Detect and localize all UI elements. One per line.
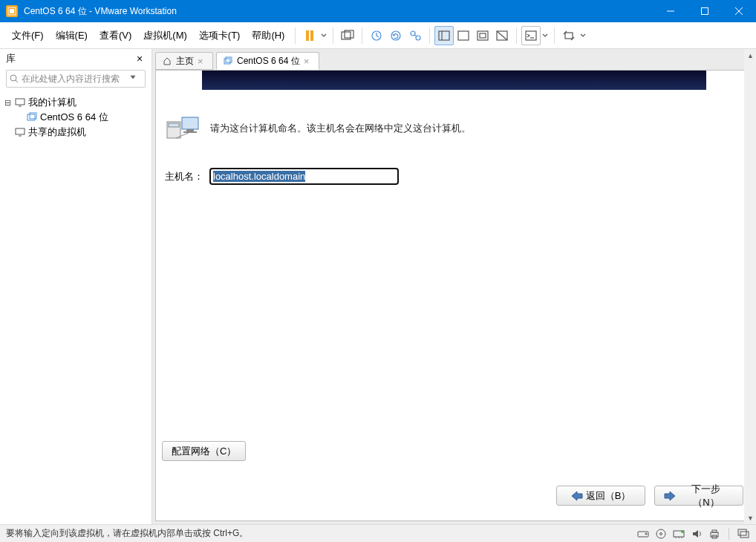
back-button[interactable]: 返回（B） xyxy=(556,486,645,506)
vertical-scrollbar[interactable]: ▲ ▼ xyxy=(744,49,756,524)
library-title: 库 xyxy=(6,52,134,65)
menu-file[interactable]: 文件(F) xyxy=(6,26,50,45)
svg-marker-27 xyxy=(131,76,135,79)
tab-home[interactable]: 主页 × xyxy=(155,52,213,70)
maximize-button[interactable] xyxy=(688,0,722,22)
home-icon xyxy=(162,56,172,66)
shared-icon xyxy=(14,126,26,138)
view-fullscreen-button[interactable] xyxy=(473,26,492,45)
svg-line-26 xyxy=(16,80,18,82)
tab-close-button[interactable]: × xyxy=(198,56,206,67)
svg-rect-18 xyxy=(478,31,488,40)
svg-rect-24 xyxy=(565,33,573,39)
svg-rect-39 xyxy=(186,129,194,131)
svg-rect-19 xyxy=(480,33,486,38)
network-computers-icon xyxy=(166,116,201,146)
tree-label: 我的计算机 xyxy=(28,96,76,109)
svg-rect-22 xyxy=(526,31,536,40)
scroll-up-icon[interactable]: ▲ xyxy=(744,49,756,62)
tree-my-computer[interactable]: ⊟ 我的计算机 xyxy=(3,95,149,110)
svg-rect-32 xyxy=(16,128,25,134)
monitor-icon xyxy=(14,97,26,108)
statusbar-text: 要将输入定向到该虚拟机，请在虚拟机内部单击或按 Ctrl+G。 xyxy=(6,527,636,540)
configure-network-button[interactable]: 配置网络（C） xyxy=(162,441,246,461)
menu-vm[interactable]: 虚拟机(M) xyxy=(137,26,193,45)
vm-icon xyxy=(26,111,38,123)
svg-rect-3 xyxy=(702,8,708,15)
tab-label: 主页 xyxy=(176,55,194,68)
svg-marker-43 xyxy=(665,492,675,500)
scroll-down-icon[interactable]: ▼ xyxy=(744,512,756,524)
cd-icon[interactable] xyxy=(654,528,668,540)
pause-dropdown[interactable] xyxy=(319,33,328,39)
menu-edit[interactable]: 编辑(E) xyxy=(50,26,94,45)
vmware-logo-icon xyxy=(6,5,18,17)
view-unity-button[interactable] xyxy=(492,26,512,45)
next-button[interactable]: 下一步（N） xyxy=(654,486,743,506)
vm-icon xyxy=(223,56,233,66)
console-dropdown[interactable] xyxy=(541,33,550,39)
svg-rect-17 xyxy=(458,31,469,40)
pause-button[interactable] xyxy=(300,26,319,45)
printer-icon[interactable] xyxy=(708,528,721,540)
tree-label: 共享的虚拟机 xyxy=(28,125,86,139)
svg-rect-37 xyxy=(169,123,179,127)
svg-rect-35 xyxy=(226,57,232,62)
snapshot-button[interactable] xyxy=(367,26,386,45)
svg-point-47 xyxy=(660,532,662,535)
svg-rect-15 xyxy=(439,31,449,40)
svg-point-46 xyxy=(656,529,665,538)
search-placeholder: 在此处键入内容进行搜索 xyxy=(22,73,130,85)
svg-rect-1 xyxy=(10,9,14,13)
tab-centos[interactable]: CentOS 6 64 位 × xyxy=(216,52,319,70)
tab-close-button[interactable]: × xyxy=(304,56,313,67)
view-single-button[interactable] xyxy=(434,26,454,45)
svg-rect-31 xyxy=(30,113,36,119)
library-close-button[interactable]: × xyxy=(134,53,146,65)
svg-rect-58 xyxy=(740,532,749,538)
sound-icon[interactable] xyxy=(690,528,703,540)
svg-line-21 xyxy=(497,31,507,40)
hard-disk-icon[interactable] xyxy=(636,528,650,540)
hostname-description: 请为这台计算机命名。该主机名会在网络中定义这台计算机。 xyxy=(210,116,471,135)
console-view-button[interactable] xyxy=(521,26,541,45)
library-search-input[interactable]: 在此处键入内容进行搜索 xyxy=(6,70,146,88)
network-adapter-icon[interactable] xyxy=(672,528,685,540)
menu-view[interactable]: 查看(V) xyxy=(94,26,137,45)
installer-banner xyxy=(202,71,706,90)
menu-help[interactable]: 帮助(H) xyxy=(246,26,290,45)
tree-centos-vm[interactable]: CentOS 6 64 位 xyxy=(3,110,149,125)
tab-label: CentOS 6 64 位 xyxy=(237,55,300,68)
tree-shared-vms[interactable]: 共享的虚拟机 xyxy=(3,125,149,140)
messages-icon[interactable] xyxy=(737,528,750,540)
svg-marker-53 xyxy=(693,530,698,538)
menu-tabs[interactable]: 选项卡(T) xyxy=(193,26,247,45)
svg-point-52 xyxy=(681,530,684,533)
close-button[interactable] xyxy=(722,0,756,22)
svg-rect-57 xyxy=(738,529,746,535)
view-quick-switch-button[interactable] xyxy=(454,26,473,45)
svg-rect-28 xyxy=(16,99,25,105)
stretch-button[interactable] xyxy=(559,26,579,45)
hostname-label: 主机名： xyxy=(165,170,203,183)
snapshot-manager-button[interactable] xyxy=(405,26,425,45)
minimize-button[interactable] xyxy=(654,0,688,22)
vm-console[interactable]: 请为这台计算机命名。该主机名会在网络中定义这台计算机。 主机名： 配置网络（C）… xyxy=(155,70,753,521)
snapshot-revert-button[interactable] xyxy=(386,26,405,45)
svg-rect-38 xyxy=(182,117,198,129)
svg-rect-34 xyxy=(224,59,230,64)
svg-rect-7 xyxy=(310,30,313,41)
svg-point-25 xyxy=(10,75,16,81)
svg-marker-42 xyxy=(572,492,582,500)
tree-label: CentOS 6 64 位 xyxy=(40,111,108,124)
stretch-dropdown[interactable] xyxy=(579,33,587,39)
svg-rect-30 xyxy=(27,114,35,120)
send-ctrl-alt-del-button[interactable] xyxy=(338,26,357,45)
expand-icon[interactable]: ⊟ xyxy=(3,98,12,108)
svg-line-14 xyxy=(414,35,417,36)
svg-point-45 xyxy=(645,533,647,535)
svg-rect-55 xyxy=(712,530,717,532)
hostname-input[interactable] xyxy=(209,168,399,185)
svg-rect-6 xyxy=(306,30,309,41)
window-title: CentOS 6 64 位 - VMware Workstation xyxy=(24,5,654,18)
